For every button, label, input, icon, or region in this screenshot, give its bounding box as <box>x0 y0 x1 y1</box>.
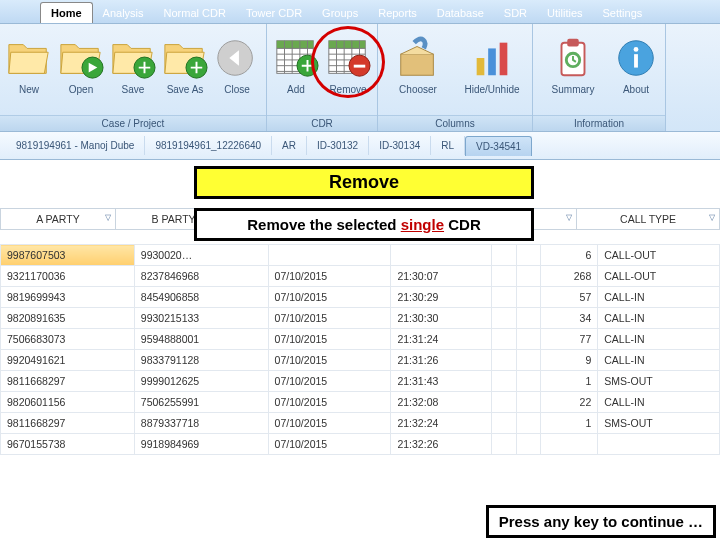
file-tab[interactable]: ID-30134 <box>369 136 431 155</box>
table-row[interactable]: 9670155738991898496907/10/201521:32:26 <box>1 434 720 455</box>
cell-call-type: CALL-IN <box>598 308 720 329</box>
file-tab[interactable]: RL <box>431 136 465 155</box>
callout-subtitle-prefix: Remove the selected <box>247 216 400 233</box>
cell-b-party: 9999012625 <box>134 371 268 392</box>
table-row[interactable]: 7506683073959488800107/10/201521:31:2477… <box>1 329 720 350</box>
cell-duration: 1 <box>541 413 598 434</box>
menu-tab-home[interactable]: Home <box>40 2 93 23</box>
table-row[interactable]: 9820891635993021513307/10/201521:30:3034… <box>1 308 720 329</box>
ribbon-group-case-project: NewOpenSaveSave AsCloseCase / Project <box>0 24 267 131</box>
cell-a-party: 9920491621 <box>1 350 135 371</box>
cell-b-party: 8879337718 <box>134 413 268 434</box>
cell-a-party: 7506683073 <box>1 329 135 350</box>
ribbon-btn-new[interactable]: New <box>4 28 54 95</box>
ribbon-btn-add[interactable]: Add <box>271 28 321 95</box>
file-tab-strip: 9819194961 - Manoj Dube9819194961_122266… <box>0 132 720 160</box>
column-header[interactable]: CALL TYPE▽ <box>577 209 720 230</box>
data-grid-wrap: 99876075039930020…6CALL-OUT9321170036823… <box>0 244 720 540</box>
ribbon-btn-save[interactable]: Save <box>108 28 158 95</box>
filter-icon[interactable]: ▽ <box>105 213 111 222</box>
table-row[interactable]: 9811668297999901262507/10/201521:31:431S… <box>1 371 720 392</box>
table-row[interactable]: 9811668297887933771807/10/201521:32:241S… <box>1 413 720 434</box>
menu-tab-database[interactable]: Database <box>427 3 494 23</box>
file-tab[interactable]: 9819194961_12226640 <box>145 136 272 155</box>
ribbon-btn-label: Hide/Unhide <box>464 84 519 95</box>
cell-blank <box>492 308 516 329</box>
ribbon-btn-label: Save As <box>167 84 204 95</box>
cell-blank <box>492 434 516 455</box>
cell-blank <box>492 245 516 266</box>
ribbon-btn-label: Save <box>122 84 145 95</box>
table-row[interactable]: 9920491621983379112807/10/201521:31:269C… <box>1 350 720 371</box>
cell-blank <box>492 266 516 287</box>
ribbon-group-title: CDR <box>267 115 377 131</box>
cell-b-party: 7506255991 <box>134 392 268 413</box>
filter-icon[interactable]: ▽ <box>566 213 572 222</box>
cell-duration: 9 <box>541 350 598 371</box>
cell-duration: 57 <box>541 287 598 308</box>
grid-add-icon <box>273 32 319 84</box>
cell-date: 07/10/2015 <box>268 392 391 413</box>
table-row[interactable]: 9820601156750625599107/10/201521:32:0822… <box>1 392 720 413</box>
cell-blank <box>492 371 516 392</box>
cell-date: 07/10/2015 <box>268 413 391 434</box>
ribbon-group-title: Case / Project <box>0 115 266 131</box>
ribbon-btn-hide-unhide[interactable]: Hide/Unhide <box>456 28 528 95</box>
info-icon <box>613 32 659 84</box>
ribbon-btn-summary[interactable]: Summary <box>537 28 609 95</box>
ribbon-btn-label: Summary <box>552 84 595 95</box>
cell-time <box>391 245 492 266</box>
cell-date: 07/10/2015 <box>268 308 391 329</box>
ribbon: NewOpenSaveSave AsCloseCase / ProjectAdd… <box>0 24 720 132</box>
cell-call-type: CALL-IN <box>598 392 720 413</box>
table-row[interactable]: 9321170036823784696807/10/201521:30:0726… <box>1 266 720 287</box>
ribbon-group-columns: ChooserHide/UnhideColumns <box>378 24 533 131</box>
cell-blank <box>516 392 540 413</box>
cell-a-party: 9811668297 <box>1 413 135 434</box>
cell-time: 21:30:29 <box>391 287 492 308</box>
file-tab[interactable]: AR <box>272 136 307 155</box>
cell-duration: 34 <box>541 308 598 329</box>
data-grid[interactable]: 99876075039930020…6CALL-OUT9321170036823… <box>0 244 720 455</box>
folder-add-icon <box>162 32 208 84</box>
cell-a-party: 9820601156 <box>1 392 135 413</box>
table-row[interactable]: 9819699943845490685807/10/201521:30:2957… <box>1 287 720 308</box>
ribbon-btn-label: About <box>623 84 649 95</box>
ribbon-btn-chooser[interactable]: Chooser <box>382 28 454 95</box>
cell-duration: 268 <box>541 266 598 287</box>
cell-a-party: 9670155738 <box>1 434 135 455</box>
ribbon-btn-save-as[interactable]: Save As <box>160 28 210 95</box>
cell-time: 21:31:43 <box>391 371 492 392</box>
menu-tab-tower-cdr[interactable]: Tower CDR <box>236 3 312 23</box>
filter-icon[interactable]: ▽ <box>709 213 715 222</box>
menu-tab-sdr[interactable]: SDR <box>494 3 537 23</box>
menu-tab-settings[interactable]: Settings <box>593 3 653 23</box>
ribbon-btn-close[interactable]: Close <box>212 28 262 95</box>
menu-tab-groups[interactable]: Groups <box>312 3 368 23</box>
cell-time: 21:30:30 <box>391 308 492 329</box>
file-tab[interactable]: ID-30132 <box>307 136 369 155</box>
cell-call-type: CALL-OUT <box>598 245 720 266</box>
ribbon-btn-remove[interactable]: Remove <box>323 28 373 95</box>
menu-tab-reports[interactable]: Reports <box>368 3 427 23</box>
cell-time: 21:31:26 <box>391 350 492 371</box>
ribbon-btn-about[interactable]: About <box>611 28 661 95</box>
callout-subtitle-suffix: CDR <box>444 216 481 233</box>
column-header[interactable]: A PARTY▽ <box>1 209 116 230</box>
cell-a-party: 9321170036 <box>1 266 135 287</box>
menu-tab-utilities[interactable]: Utilities <box>537 3 592 23</box>
file-tab[interactable]: VD-34541 <box>465 136 532 156</box>
cell-a-party: 9820891635 <box>1 308 135 329</box>
bars-icon <box>469 32 515 84</box>
cell-time: 21:32:26 <box>391 434 492 455</box>
menu-tab-normal-cdr[interactable]: Normal CDR <box>154 3 236 23</box>
cell-date: 07/10/2015 <box>268 329 391 350</box>
file-tab[interactable]: 9819194961 - Manoj Dube <box>6 136 145 155</box>
cell-date: 07/10/2015 <box>268 371 391 392</box>
cell-call-type: CALL-IN <box>598 287 720 308</box>
menu-tab-analysis[interactable]: Analysis <box>93 3 154 23</box>
cell-time: 21:32:08 <box>391 392 492 413</box>
ribbon-btn-open[interactable]: Open <box>56 28 106 95</box>
back-icon <box>214 32 260 84</box>
table-row[interactable]: 99876075039930020…6CALL-OUT <box>1 245 720 266</box>
